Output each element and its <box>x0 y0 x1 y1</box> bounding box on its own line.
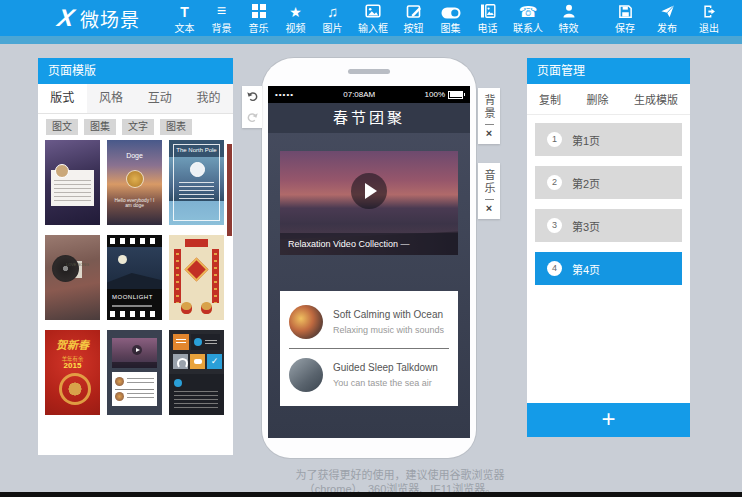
template-thumb-he-xin-chun[interactable]: 贺新春 羊年有余 2015 <box>45 330 100 415</box>
page-item-label: 第2页 <box>572 175 600 191</box>
toolbar-item-contacts[interactable]: ☎ 联系人 <box>506 2 550 35</box>
page-item-label: 第4页 <box>572 261 600 277</box>
text-icon: T <box>180 5 189 19</box>
thumb-year: 2015 <box>45 361 100 370</box>
thumb-title: LOVE SONG <box>66 263 89 267</box>
moon-icon <box>118 255 127 264</box>
playlist-item[interactable]: Soft Calming with Ocean Relaxing music w… <box>289 298 449 346</box>
playlist-divider <box>289 348 449 349</box>
page-manager-title: 页面管理 <box>527 58 690 84</box>
toolbar-item-text[interactable]: T 文本 <box>166 2 203 35</box>
generate-template-button[interactable]: 生成模版 <box>634 91 678 107</box>
toolbar-actions: 保存 发布 退出 <box>604 2 730 35</box>
page-number-badge: 1 <box>547 132 562 147</box>
battery-percent: 100% <box>425 90 445 99</box>
toolbar-label: 背景 <box>203 20 240 35</box>
thumb-avatar <box>55 164 69 178</box>
tab-style[interactable]: 风格 <box>87 84 136 113</box>
add-page-button[interactable]: + <box>527 403 690 437</box>
template-thumb-north-pole[interactable]: The North Pole <box>169 140 224 225</box>
layer-tab-background[interactable]: 背景 × <box>478 88 500 144</box>
grid-icon <box>251 3 267 19</box>
publish-button[interactable]: 发布 <box>646 2 688 35</box>
toggle-icon <box>441 7 461 19</box>
tab-layout[interactable]: 版式 <box>38 84 87 113</box>
exit-button[interactable]: 退出 <box>688 2 730 35</box>
filter-text[interactable]: 文字 <box>122 119 154 135</box>
thumb-caption: Hello everybody ! I am doge <box>113 198 157 208</box>
template-thumb-new-year-paper[interactable] <box>169 235 224 320</box>
page-item-1[interactable]: 1 第1页 <box>535 123 682 156</box>
save-button[interactable]: 保存 <box>604 2 646 35</box>
toolbar-label: 保存 <box>604 20 646 35</box>
playlist-item[interactable]: Guided Sleep Talkdown You can taste the … <box>289 351 449 399</box>
template-thumb-doge[interactable]: Doge Hello everybody ! I am doge <box>107 140 162 225</box>
toolbar-item-picture[interactable]: ♫ 图片 <box>314 2 351 35</box>
app-window: X 微场景 T 文本 ≡ 背景 音乐 ★ 视频 ♫ 图片 <box>0 0 742 497</box>
layer-tab-label: 音乐 <box>478 169 500 195</box>
browser-hint-line1: 为了获得更好的使用，建议使用谷歌浏览器 <box>240 468 560 482</box>
playlist-item-title: Guided Sleep Talkdown <box>333 362 438 373</box>
tab-mine[interactable]: 我的 <box>184 84 233 113</box>
edit-icon <box>406 3 422 19</box>
playlist-item-title: Soft Calming with Ocean <box>333 309 444 320</box>
phone-preview: ••••• 07:08AM 100% 春节团聚 Relaxation Video… <box>262 58 476 458</box>
template-panel-scrollbar[interactable] <box>227 144 232 236</box>
toolbar-item-background[interactable]: ≡ 背景 <box>203 2 240 35</box>
exit-icon <box>702 4 717 19</box>
layer-tab-divider <box>485 124 494 125</box>
toolbar-item-gallery[interactable]: 图集 <box>432 2 469 35</box>
thumb-video <box>112 338 157 368</box>
bottom-edge-bar <box>0 492 742 497</box>
filter-chart[interactable]: 图表 <box>160 119 192 135</box>
page-item-2[interactable]: 2 第2页 <box>535 166 682 199</box>
badge-icon <box>174 379 182 387</box>
play-button-icon[interactable] <box>351 173 387 209</box>
template-thumb-love-song[interactable]: LOVE SONG <box>45 235 100 320</box>
page-manager-actions: 复制 删除 生成模版 <box>527 84 690 115</box>
fu-diamond <box>184 257 208 281</box>
video-component[interactable]: Relaxation Video Collection — <box>280 151 458 277</box>
close-icon[interactable]: × <box>486 128 492 139</box>
template-thumb-night-quote[interactable] <box>45 140 100 225</box>
thumb-text-lines <box>54 180 91 202</box>
toolbar-label: 按钮 <box>395 20 432 35</box>
thumb-text-lines <box>127 393 154 400</box>
toolbar-item-video[interactable]: ★ 视频 <box>277 2 314 35</box>
undo-redo-box <box>242 86 262 128</box>
thumb-scroll-right <box>212 249 219 303</box>
page-title[interactable]: 春节团聚 <box>268 103 470 133</box>
undo-button[interactable] <box>246 90 259 103</box>
template-thumb-relax-video[interactable] <box>107 330 162 415</box>
page-item-3[interactable]: 3 第3页 <box>535 209 682 242</box>
redo-button[interactable] <box>246 111 259 124</box>
toolbar-item-button[interactable]: 按钮 <box>395 2 432 35</box>
thumb-avatar <box>115 377 124 386</box>
filter-image-text[interactable]: 图文 <box>46 119 78 135</box>
filter-gallery[interactable]: 图集 <box>84 119 116 135</box>
close-icon[interactable]: × <box>486 203 492 214</box>
page-item-4[interactable]: 4 第4页 <box>535 252 682 285</box>
layer-tab-music[interactable]: 音乐 × <box>478 163 500 219</box>
template-thumb-moonlight[interactable]: MOONLIGHT <box>107 235 162 320</box>
thumb-avatar <box>126 170 144 188</box>
play-icon <box>132 345 142 355</box>
top-toolbar: X 微场景 T 文本 ≡ 背景 音乐 ★ 视频 ♫ 图片 <box>0 0 742 36</box>
toolbar-item-effects[interactable]: 特效 <box>550 2 587 35</box>
toolbar-item-telephone[interactable]: 电话 <box>469 2 506 35</box>
sparkle-icon: ★ <box>289 5 302 19</box>
copy-page-button[interactable]: 复制 <box>539 91 561 107</box>
tab-interactive[interactable]: 互动 <box>136 84 185 113</box>
toolbar-label: 联系人 <box>506 20 550 35</box>
toolbar-item-music[interactable]: 音乐 <box>240 2 277 35</box>
headset-tile <box>173 354 188 369</box>
thumb-card <box>112 372 157 406</box>
template-thumb-app-tiles[interactable]: ✓ <box>169 330 224 415</box>
toolbar-item-input-box[interactable]: 输入框 <box>351 2 395 35</box>
thumb-figure <box>181 302 192 314</box>
chat-tile <box>190 354 205 369</box>
toolbar-label: 退出 <box>688 20 730 35</box>
phone-speaker <box>348 69 390 74</box>
thumb-banner <box>185 239 208 247</box>
delete-page-button[interactable]: 删除 <box>587 91 609 107</box>
